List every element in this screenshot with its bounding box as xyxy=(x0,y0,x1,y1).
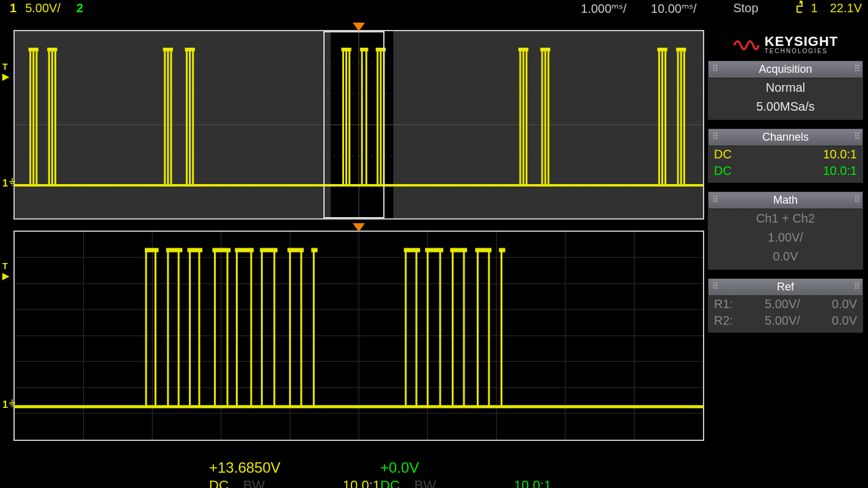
zoom-waveform-trace xyxy=(15,232,703,440)
ch1-coupling: DC xyxy=(209,478,229,488)
ref2-row[interactable]: R2: 5.00V/ 0.0V xyxy=(708,312,863,329)
trigger-level-marker: T▶ xyxy=(2,62,9,81)
math-panel[interactable]: ⠿Math⠿ Ch1 + Ch2 1.00V/ 0.0V xyxy=(708,191,863,270)
ref-header: ⠿Ref⠿ xyxy=(708,278,863,296)
ch1-ratio: 10.0:1 xyxy=(823,147,857,161)
math-expression: Ch1 + Ch2 xyxy=(708,209,863,228)
ch1-voltage: +13.6850V xyxy=(209,458,380,478)
ch1-bw-label: BW xyxy=(243,478,265,488)
zoom-window-outline[interactable] xyxy=(323,31,384,218)
math-header: ⠿Math⠿ xyxy=(708,191,863,209)
acquisition-rate: 5.00MSa/s xyxy=(708,97,863,116)
acquisition-panel[interactable]: ⠿Acquisition⠿ Normal 5.00MSa/s xyxy=(708,61,863,120)
timebase-zoom[interactable]: 1.000ᵐˢ/ xyxy=(581,1,627,16)
ch2-coupling: DC xyxy=(714,164,732,178)
channel-readout-bar: +13.6850V DC BW 10.0:1 +0.0V DC BW 10.0:… xyxy=(13,452,704,488)
ch1-probe-ratio: 10.0:1 xyxy=(343,478,380,488)
trigger-edge-icon[interactable] xyxy=(795,0,804,17)
ch2-indicator[interactable]: 2 xyxy=(73,1,87,15)
ch1-indicator[interactable]: 1 xyxy=(6,1,20,15)
math-scale: 1.00V/ xyxy=(708,228,863,247)
ref-panel[interactable]: ⠿Ref⠿ R1: 5.00V/ 0.0V R2: 5.00V/ 0.0V xyxy=(708,278,863,333)
ch1-settings-row[interactable]: DC 10.0:1 xyxy=(708,146,863,163)
trigger-position-marker-icon xyxy=(353,223,365,232)
ch2-settings-row[interactable]: DC 10.0:1 xyxy=(708,163,863,179)
ch2-readout[interactable]: +0.0V DC BW 10.0:1 xyxy=(380,458,551,488)
trigger-source[interactable]: 1 xyxy=(811,1,818,15)
brand-logo: KEYSIGHT TECHNOLOGIES xyxy=(708,30,863,61)
keysight-wave-icon xyxy=(733,36,760,54)
ch2-voltage: +0.0V xyxy=(380,458,551,478)
acquisition-mode: Normal xyxy=(708,78,863,97)
ch2-coupling: DC xyxy=(380,478,400,488)
ch1-coupling: DC xyxy=(714,147,732,161)
top-status-bar: 1 5.00V/ 2 1.000ᵐˢ/ 10.00ᵐˢ/ Stop 1 22.1… xyxy=(0,0,868,17)
timebase-main[interactable]: 10.00ᵐˢ/ xyxy=(651,1,697,16)
channels-header: ⠿Channels⠿ xyxy=(708,128,863,146)
ch2-bw-label: BW xyxy=(414,478,436,488)
ch2-ratio: 10.0:1 xyxy=(823,164,857,178)
main-waveform-panel[interactable]: T▶ 1 xyxy=(13,30,704,220)
acquisition-header: ⠿Acquisition⠿ xyxy=(708,61,863,78)
ref1-row[interactable]: R1: 5.00V/ 0.0V xyxy=(708,296,863,312)
ch2-probe-ratio: 10.0:1 xyxy=(514,478,551,488)
ch1-vertical-scale[interactable]: 5.00V/ xyxy=(25,1,61,15)
ch1-readout[interactable]: +13.6850V DC BW 10.0:1 xyxy=(209,458,380,488)
run-state[interactable]: Stop xyxy=(733,1,758,15)
trigger-level-marker: T▶ xyxy=(2,261,9,281)
waveform-area: T▶ 1 xyxy=(0,17,708,488)
zoom-waveform-panel[interactable]: T▶ 1 xyxy=(13,231,704,441)
math-offset: 0.0V xyxy=(708,247,863,266)
channels-panel[interactable]: ⠿Channels⠿ DC 10.0:1 DC 10.0:1 xyxy=(708,128,863,183)
trigger-level[interactable]: 22.1V xyxy=(830,1,862,15)
sidebar: KEYSIGHT TECHNOLOGIES ⠿Acquisition⠿ Norm… xyxy=(708,17,868,488)
trigger-position-marker-icon xyxy=(353,23,365,31)
